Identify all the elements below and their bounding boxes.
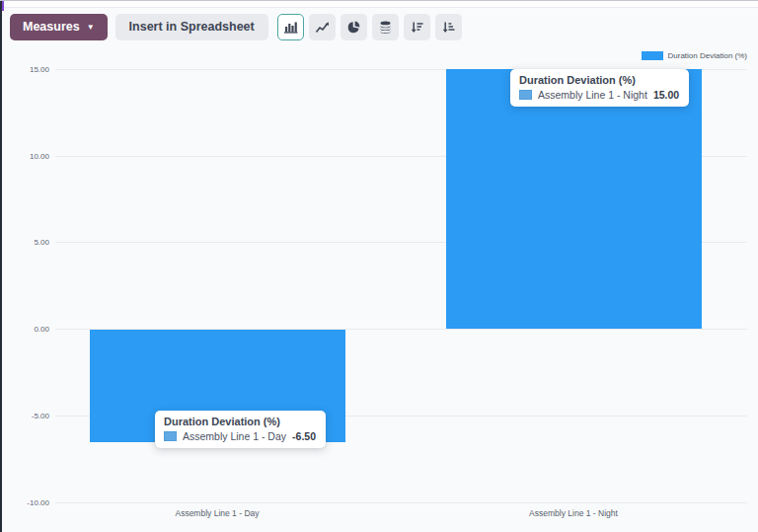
tooltip-swatch [519, 90, 532, 100]
tooltip-night: Duration Deviation (%) Assembly Line 1 -… [510, 69, 689, 107]
graph-toolbar: Measures ▼ Insert in Spreadsheet [0, 8, 758, 45]
legend-label: Duration Deviation (%) [668, 51, 747, 60]
tooltip-row: Assembly Line 1 - Day -6.50 [164, 430, 316, 442]
y-axis-tick-label: 15.00 [2, 64, 49, 73]
bar-chart-button[interactable] [277, 14, 304, 40]
chart-legend[interactable]: Duration Deviation (%) [642, 51, 747, 60]
tooltip-title: Duration Deviation (%) [519, 74, 679, 86]
y-axis-tick-label: 0.00 [2, 325, 49, 334]
x-axis-label: Assembly Line 1 - Day [175, 508, 259, 518]
line-chart-button[interactable] [309, 14, 336, 40]
stacked-layers-icon [378, 20, 393, 35]
window-left-edge [0, 1, 2, 532]
y-axis-tick-label: 5.00 [2, 238, 49, 247]
bar-chart-icon [283, 20, 298, 35]
pie-chart-button[interactable] [341, 14, 367, 40]
tooltip-swatch [164, 431, 177, 441]
tooltip-day: Duration Deviation (%) Assembly Line 1 -… [155, 411, 326, 448]
sort-descending-button[interactable] [404, 14, 430, 40]
pie-chart-icon [346, 20, 361, 35]
insert-in-spreadsheet-button[interactable]: Insert in Spreadsheet [115, 14, 268, 40]
sort-ascending-button[interactable] [435, 14, 462, 40]
insert-in-spreadsheet-label: Insert in Spreadsheet [129, 20, 255, 34]
x-axis-label: Assembly Line 1 - Night [529, 508, 618, 518]
tooltip-label: Assembly Line 1 - Night [538, 89, 647, 101]
line-chart-icon [315, 20, 330, 35]
tooltip-label: Assembly Line 1 - Day [183, 430, 286, 442]
window-purple-accent [2, 1, 4, 11]
stacked-button[interactable] [372, 14, 399, 40]
chevron-down-icon: ▼ [87, 24, 95, 32]
bar-assembly-line-1-night[interactable] [446, 69, 702, 329]
y-axis-tick-label: -5.00 [2, 411, 49, 419]
tooltip-value: 15.00 [653, 89, 679, 101]
gridline [55, 502, 747, 503]
chart-type-button-group [277, 14, 462, 40]
sort-ascending-icon [441, 20, 456, 35]
legend-swatch [642, 51, 663, 60]
measures-button-label: Measures [23, 20, 80, 34]
sort-descending-icon [410, 20, 424, 35]
y-axis-tick-label: -10.00 [2, 497, 49, 506]
measures-button[interactable]: Measures ▼ [10, 14, 108, 40]
window-top-strip [0, 1, 758, 8]
tooltip-row: Assembly Line 1 - Night 15.00 [519, 89, 679, 101]
y-axis-tick-label: 10.00 [2, 151, 49, 160]
tooltip-value: -6.50 [292, 430, 316, 442]
tooltip-title: Duration Deviation (%) [164, 416, 316, 427]
